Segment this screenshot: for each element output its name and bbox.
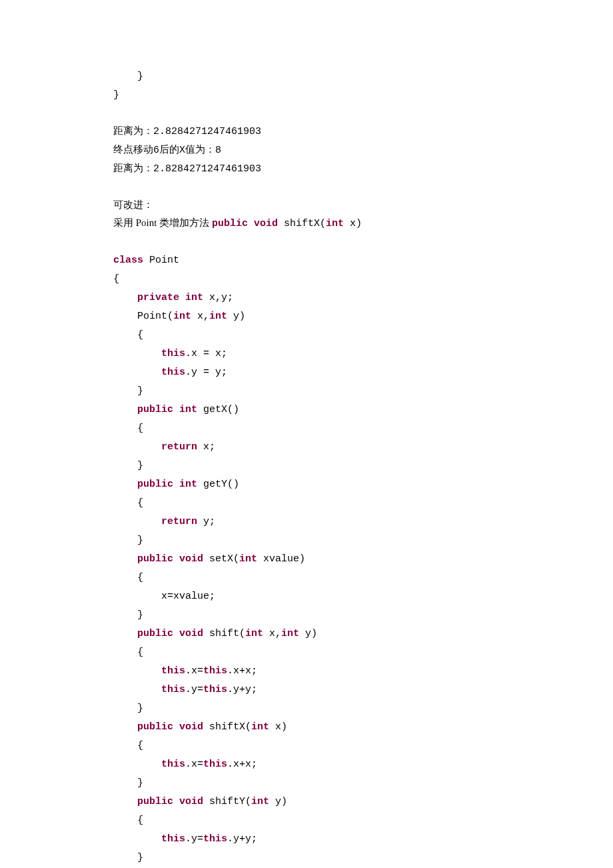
code-token: 距离为：2.8284271247461903 (113, 163, 261, 175)
code-token: int (251, 796, 269, 807)
code-token: public void (137, 553, 203, 565)
code-token: } (137, 703, 143, 714)
code-token: 采用 Point 类增加方法 (113, 217, 212, 228)
code-token: .y+y; (227, 833, 257, 845)
code-token: .x= (185, 665, 203, 677)
code-token: return (161, 441, 197, 453)
code-token: 可改进： (113, 199, 153, 210)
code-token: x, (191, 311, 209, 322)
code-line: 可改进： (113, 196, 613, 214)
code-token: this (203, 665, 227, 677)
code-token: { (113, 273, 119, 285)
code-token: { (137, 815, 143, 826)
code-line: } (113, 456, 613, 475)
code-token: y) (269, 796, 287, 807)
code-token: x) (269, 721, 287, 733)
code-line: { (113, 493, 613, 512)
code-token: Point( (137, 311, 173, 322)
code-token: shiftY( (203, 796, 251, 807)
code-token: public void (137, 721, 203, 733)
code-line: { (113, 269, 613, 288)
code-token: shiftX( (203, 721, 251, 733)
code-line: return y; (113, 512, 613, 531)
code-token: int (251, 721, 269, 733)
code-token: this (161, 367, 185, 378)
code-line (113, 233, 613, 251)
code-line: public int getY() (113, 475, 613, 493)
code-token: private int (137, 292, 203, 303)
code-token: this (203, 684, 227, 695)
code-token: this (161, 665, 185, 677)
code-line: this.x=this.x+x; (113, 661, 613, 680)
code-token: int (173, 311, 191, 322)
code-line: } (113, 605, 613, 624)
code-token: public int (137, 479, 197, 490)
code-line: } (113, 531, 613, 549)
code-token: 距离为：2.8284271247461903 (113, 126, 261, 137)
code-token: } (137, 777, 143, 789)
code-token: } (137, 609, 143, 621)
code-line: class Point (113, 251, 613, 269)
code-token: public void (212, 218, 278, 229)
code-token: } (137, 852, 143, 863)
code-line: { (113, 419, 613, 437)
code-token: this (161, 348, 185, 359)
code-line: { (113, 811, 613, 829)
code-line: } (113, 699, 613, 717)
code-token: this (203, 833, 227, 845)
code-token: public void (137, 628, 203, 639)
code-line: 距离为：2.8284271247461903 (113, 159, 613, 178)
code-token: getY() (197, 479, 239, 490)
code-line: } (113, 67, 613, 85)
code-token: } (137, 535, 143, 546)
code-line: public void shiftX(int x) (113, 717, 613, 736)
code-token: this (161, 833, 185, 845)
code-line: this.y = y; (113, 363, 613, 381)
code-token: public int (137, 404, 197, 415)
code-token: { (137, 572, 143, 583)
code-token: this (161, 684, 185, 695)
code-line: public void setX(int xvalue) (113, 549, 613, 568)
code-line: { (113, 643, 613, 661)
code-line: public int getX() (113, 400, 613, 419)
code-line: } (113, 85, 613, 104)
code-token: x=xvalue; (161, 591, 215, 602)
code-token: xvalue) (257, 553, 305, 565)
code-line: this.x = x; (113, 344, 613, 363)
code-line: public void shift(int x,int y) (113, 624, 613, 643)
code-token: shiftX( (278, 218, 326, 229)
code-token: .x+x; (227, 759, 257, 770)
code-token: int (245, 628, 263, 639)
code-token: int (281, 628, 299, 639)
code-line (113, 104, 613, 122)
code-token: } (137, 385, 143, 397)
code-token: public void (137, 796, 203, 807)
code-line: this.y=this.y+y; (113, 829, 613, 848)
code-token: shift( (203, 628, 245, 639)
code-token: int (326, 218, 344, 229)
code-block: }} 距离为：2.8284271247461903终点移动6后的X值为：8距离为… (113, 67, 613, 868)
code-token: { (137, 740, 143, 751)
code-line (113, 178, 613, 196)
code-line: x=xvalue; (113, 587, 613, 605)
code-token: y) (299, 628, 317, 639)
code-line: this.y=this.y+y; (113, 680, 613, 699)
code-token: { (137, 497, 143, 509)
code-line: } (113, 848, 613, 867)
code-token: x; (197, 441, 215, 453)
code-line: { (113, 325, 613, 344)
code-token: int (209, 311, 227, 322)
code-line: return x; (113, 437, 613, 456)
code-line: { (113, 736, 613, 755)
code-token: this (161, 759, 185, 770)
code-token: } (137, 460, 143, 471)
code-token: .y+y; (227, 684, 257, 695)
code-token: 终点移动6后的X值为：8 (113, 145, 221, 156)
code-token: { (137, 647, 143, 658)
code-token: x) (344, 218, 362, 229)
code-line: this.x=this.x+x; (113, 755, 613, 773)
code-token: x,y; (203, 292, 233, 303)
code-token: { (137, 423, 143, 434)
code-token: .y = y; (185, 367, 227, 378)
code-token: .x+x; (227, 665, 257, 677)
